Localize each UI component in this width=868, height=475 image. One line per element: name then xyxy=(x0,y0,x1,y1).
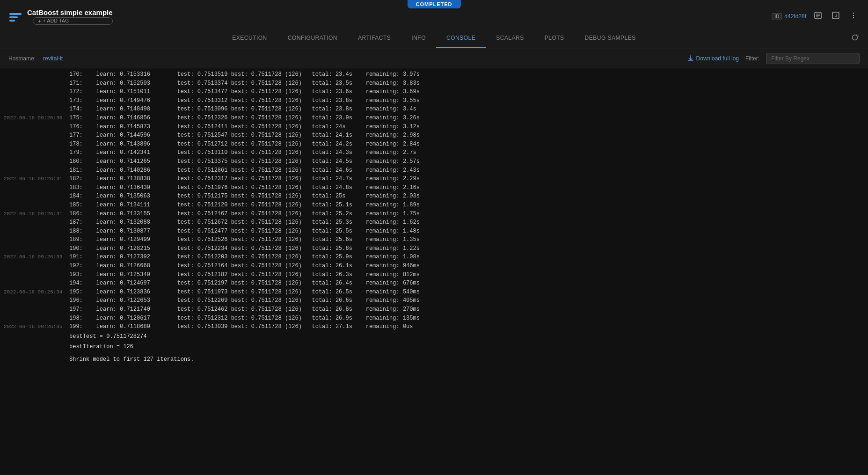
download-log-button[interactable]: Download full log xyxy=(687,55,739,62)
log-content: 195: learn: 0.7123836 test: 0.7511973 be… xyxy=(69,288,864,297)
notes-button[interactable] xyxy=(812,10,824,22)
download-log-label: Download full log xyxy=(696,55,739,62)
log-content: 178: learn: 0.7143896 test: 0.7512712 be… xyxy=(69,140,864,149)
log-content: 187: learn: 0.7132088 test: 0.7512672 be… xyxy=(69,218,864,227)
log-line: 177: learn: 0.7144596 test: 0.7512547 be… xyxy=(0,131,868,140)
filter-label: Filter: xyxy=(745,55,759,62)
log-content: 174: learn: 0.7148498 test: 0.7513096 be… xyxy=(69,105,864,114)
log-content: 186: learn: 0.7133155 test: 0.7512167 be… xyxy=(69,210,864,219)
log-content: 171: learn: 0.7152503 test: 0.7513374 be… xyxy=(69,79,864,88)
log-line: 198: learn: 0.7120617 test: 0.7512312 be… xyxy=(0,314,868,323)
svg-rect-2 xyxy=(9,20,15,22)
status-badge: COMPLETED xyxy=(407,0,460,8)
log-timestamp: 2022-06-16 09:26:31 xyxy=(4,210,69,218)
svg-rect-7 xyxy=(832,12,839,19)
svg-point-9 xyxy=(853,15,854,16)
log-line: 170: learn: 0.7153316 test: 0.7513519 be… xyxy=(0,70,868,79)
log-content: 188: learn: 0.7130877 test: 0.7512477 be… xyxy=(69,227,864,236)
log-content: 190: learn: 0.7128215 test: 0.7512234 be… xyxy=(69,244,864,253)
log-line: 179: learn: 0.7142341 test: 0.7513110 be… xyxy=(0,148,868,157)
log-content: 193: learn: 0.7125340 test: 0.7512182 be… xyxy=(69,270,864,279)
log-timestamp: 2022-06-16 09:26:33 xyxy=(4,253,69,261)
log-content: 191: learn: 0.7127392 test: 0.7512203 be… xyxy=(69,253,864,262)
log-line: 194: learn: 0.7124697 test: 0.7512197 be… xyxy=(0,279,868,288)
summary-line: bestTest = 0.7511728274 xyxy=(0,331,868,342)
log-content: 181: learn: 0.7140286 test: 0.7512861 be… xyxy=(69,166,864,175)
svg-point-10 xyxy=(853,17,854,18)
hostname-label: Hostname: xyxy=(8,55,36,62)
log-line: 197: learn: 0.7121740 test: 0.7512462 be… xyxy=(0,305,868,314)
log-timestamp: 2022-06-16 09:26:34 xyxy=(4,288,69,296)
log-line: 176: learn: 0.7145873 test: 0.7512411 be… xyxy=(0,123,868,132)
log-line: 171: learn: 0.7152503 test: 0.7513374 be… xyxy=(0,79,868,88)
expand-button[interactable] xyxy=(830,10,842,22)
log-line: 189: learn: 0.7129499 test: 0.7512526 be… xyxy=(0,235,868,244)
summary-line: bestIteration = 126 xyxy=(0,342,868,352)
nav-tabs: EXECUTION CONFIGURATION ARTIFACTS INFO C… xyxy=(0,28,868,49)
log-timestamp: 2022-06-16 09:26:35 xyxy=(4,323,69,331)
log-line: 2022-06-16 09:26:33191: learn: 0.7127392… xyxy=(0,253,868,262)
log-content: 185: learn: 0.7134111 test: 0.7512120 be… xyxy=(69,201,864,210)
log-content: 183: learn: 0.7136430 test: 0.7511976 be… xyxy=(69,183,864,192)
log-content: 179: learn: 0.7142341 test: 0.7513110 be… xyxy=(69,148,864,157)
log-line: 174: learn: 0.7148498 test: 0.7513096 be… xyxy=(0,105,868,114)
log-content: 177: learn: 0.7144596 test: 0.7512547 be… xyxy=(69,131,864,140)
tab-console[interactable]: CONSOLE xyxy=(436,29,486,48)
log-content: 175: learn: 0.7146856 test: 0.7512326 be… xyxy=(69,114,864,123)
filter-input[interactable] xyxy=(766,53,860,64)
log-content: 176: learn: 0.7145873 test: 0.7512411 be… xyxy=(69,123,864,132)
tab-plots[interactable]: PLOTS xyxy=(534,29,575,48)
add-tag-button[interactable]: + + ADD TAG xyxy=(33,17,113,25)
log-content: 192: learn: 0.7126668 test: 0.7512164 be… xyxy=(69,262,864,270)
tab-debug-samples[interactable]: DEBUG SAMPLES xyxy=(575,29,646,48)
tab-scalars[interactable]: SCALARS xyxy=(486,29,534,48)
log-line: 183: learn: 0.7136430 test: 0.7511976 be… xyxy=(0,183,868,192)
log-line: 2022-06-16 09:26:34195: learn: 0.7123836… xyxy=(0,288,868,297)
log-line: 2022-06-16 09:26:31182: learn: 0.7138838… xyxy=(0,175,868,183)
log-line: 193: learn: 0.7125340 test: 0.7512182 be… xyxy=(0,270,868,279)
toolbar-right: Download full log Filter: xyxy=(687,53,860,64)
id-label: ID xyxy=(772,13,782,20)
log-content: 199: learn: 0.7118680 test: 0.7513039 be… xyxy=(69,322,864,331)
refresh-icon[interactable] xyxy=(850,33,860,44)
log-content: 182: learn: 0.7138838 test: 0.7512317 be… xyxy=(69,175,864,183)
log-content: 198: learn: 0.7120617 test: 0.7512312 be… xyxy=(69,314,864,323)
log-line: 178: learn: 0.7143896 test: 0.7512712 be… xyxy=(0,140,868,149)
log-timestamp: 2022-06-16 09:26:31 xyxy=(4,175,69,183)
experiment-id: ID d42fd28f xyxy=(772,13,806,20)
menu-button[interactable] xyxy=(847,10,860,22)
log-content: 172: learn: 0.7151011 test: 0.7513477 be… xyxy=(69,88,864,96)
log-line: 181: learn: 0.7140286 test: 0.7512861 be… xyxy=(0,166,868,175)
log-content: 184: learn: 0.7135063 test: 0.7512175 be… xyxy=(69,192,864,201)
log-line: 188: learn: 0.7130877 test: 0.7512477 be… xyxy=(0,227,868,236)
console-toolbar: Hostname: revital-lt Download full log F… xyxy=(0,49,868,68)
log-content: 196: learn: 0.7122653 test: 0.7512269 be… xyxy=(69,296,864,305)
log-content: 197: learn: 0.7121740 test: 0.7512462 be… xyxy=(69,305,864,314)
summary-line: Shrink model to first 127 iterations. xyxy=(0,354,868,365)
log-content: 189: learn: 0.7129499 test: 0.7512526 be… xyxy=(69,235,864,244)
log-content: 180: learn: 0.7141265 test: 0.7513375 be… xyxy=(69,157,864,166)
log-line: 196: learn: 0.7122653 test: 0.7512269 be… xyxy=(0,296,868,305)
log-line: 187: learn: 0.7132088 test: 0.7512672 be… xyxy=(0,218,868,227)
header-actions: ID d42fd28f xyxy=(772,10,860,22)
log-content: 170: learn: 0.7153316 test: 0.7513519 be… xyxy=(69,70,864,79)
svg-rect-0 xyxy=(9,13,22,15)
log-line: 180: learn: 0.7141265 test: 0.7513375 be… xyxy=(0,157,868,166)
log-timestamp: 2022-06-16 09:26:30 xyxy=(4,114,69,122)
log-line: 184: learn: 0.7135063 test: 0.7512175 be… xyxy=(0,192,868,201)
tab-artifacts[interactable]: ARTIFACTS xyxy=(348,29,401,48)
id-value: d42fd28f xyxy=(784,13,806,20)
log-line: 2022-06-16 09:26:35199: learn: 0.7118680… xyxy=(0,322,868,331)
log-content: 194: learn: 0.7124697 test: 0.7512197 be… xyxy=(69,279,864,288)
log-line: 2022-06-16 09:26:31186: learn: 0.7133155… xyxy=(0,210,868,219)
hostname-value: revital-lt xyxy=(43,55,63,62)
tab-execution[interactable]: EXECUTION xyxy=(222,29,277,48)
svg-point-8 xyxy=(853,13,854,14)
tab-info[interactable]: INFO xyxy=(401,29,436,48)
log-line: 192: learn: 0.7126668 test: 0.7512164 be… xyxy=(0,262,868,270)
add-tag-plus-icon: + xyxy=(38,18,41,24)
console-output[interactable]: 170: learn: 0.7153316 test: 0.7513519 be… xyxy=(0,68,868,475)
log-line: 172: learn: 0.7151011 test: 0.7513477 be… xyxy=(0,88,868,96)
tab-configuration[interactable]: CONFIGURATION xyxy=(277,29,348,48)
app-logo xyxy=(8,9,22,23)
